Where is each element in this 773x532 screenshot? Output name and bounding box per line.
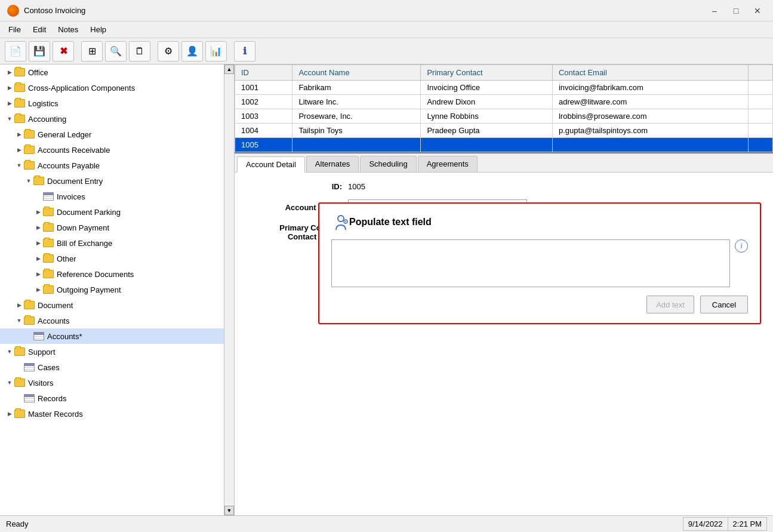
sidebar-item-document-parking[interactable]: ▶ Document Parking [0,204,224,220]
col-id[interactable]: ID [235,65,292,81]
delete-button[interactable]: ✖ [53,41,74,61]
info-icon: ℹ [243,45,247,57]
status-bar: Ready 9/14/2022 2:21 PM [0,515,773,532]
table-row[interactable]: 1003Proseware, Inc.Lynne Robbinslrobbins… [235,109,773,124]
sidebar-item-records[interactable]: ▶ Records [0,390,224,406]
sidebar-item-accounts-receivable[interactable]: ▶ Accounts Receivable [0,142,224,158]
sidebar-label-invoices: Invoices [57,192,85,201]
menu-bar: File Edit Notes Help [0,21,773,38]
popup-textarea[interactable] [331,239,730,287]
tab-agreements[interactable]: Agreements [418,156,478,172]
expand-icon-accounts: ▼ [14,316,24,325]
grid-view-button[interactable]: ⊞ [81,41,103,61]
table-row[interactable]: 1002Litware Inc.Andrew Dixonadrew@litwar… [235,95,773,109]
menu-notes[interactable]: Notes [52,23,84,36]
excel-button[interactable]: 📊 [205,41,227,61]
sidebar-label-accounts-receivable: Accounts Receivable [38,146,110,155]
sidebar-item-document[interactable]: ▶ Document [0,297,224,313]
sidebar-wrapper: ▶ Office ▶ Cross-Application Components … [0,64,235,515]
folder-icon-reference-docs [43,270,54,278]
col-primary-contact[interactable]: Primary Contact [421,65,553,81]
save-icon: 💾 [33,45,45,57]
sidebar-item-general-ledger[interactable]: ▶ General Ledger [0,127,224,142]
sidebar-item-visitors[interactable]: ▼ Visitors [0,375,224,390]
col-account-name[interactable]: Account Name [292,65,421,81]
sidebar-item-office[interactable]: ▶ Office [0,64,224,80]
expand-icon-other: ▶ [33,254,43,263]
search-icon: 🔍 [110,45,122,57]
sidebar-label-reference-docs: Reference Documents [57,270,134,279]
expand-icon-logistics: ▶ [5,99,14,108]
menu-edit[interactable]: Edit [27,23,52,36]
tab-scheduling[interactable]: Scheduling [360,156,416,172]
form-area: ID: 1005 Account Name: Primary Contact: … [235,173,773,515]
sidebar-item-bill-of-exchange[interactable]: ▶ Bill of Exchange [0,235,224,251]
cancel-button[interactable]: Cancel [700,296,748,313]
folder-icon-document-parking [43,208,54,216]
sidebar-item-logistics[interactable]: ▶ Logistics [0,96,224,111]
scrollbar-down-arrow[interactable]: ▼ [224,506,234,515]
sidebar-label-master-records: Master Records [28,410,83,419]
sidebar-item-cross-app[interactable]: ▶ Cross-Application Components [0,80,224,96]
notes-button[interactable]: 🗒 [129,41,150,61]
sidebar-label-office: Office [28,68,48,77]
add-text-button[interactable]: Add text [646,296,694,313]
tab-alternates[interactable]: Alternates [306,156,359,172]
sidebar-item-master-records[interactable]: ▶ Master Records [0,406,224,422]
table-row[interactable]: 1001FabrikamInvoicing Officeinvoicing@fa… [235,81,773,95]
popup-info-button[interactable]: i [735,239,748,253]
sidebar-item-support[interactable]: ▼ Support [0,344,224,359]
title-bar: Contoso Invoicing – □ ✕ [0,0,773,21]
sidebar-item-invoices[interactable]: ▶ Invoices [0,189,224,204]
expand-icon-general-ledger: ▶ [14,130,24,139]
id-label: ID: [247,182,342,191]
sidebar-item-down-payment[interactable]: ▶ Down Payment [0,220,224,235]
sidebar-item-accounts-table[interactable]: ▶ Accounts* [0,328,224,344]
user-mgr-button[interactable]: 👤 [181,41,203,61]
menu-file[interactable]: File [2,23,27,36]
sidebar-item-accounts[interactable]: ▼ Accounts [0,313,224,328]
col-extra [749,65,773,81]
folder-icon-other [43,254,54,263]
popup-header: Populate text field [331,213,748,231]
save-button[interactable]: 💾 [29,41,50,61]
settings-button[interactable]: ⚙ [158,41,179,61]
expand-icon-support: ▼ [5,347,14,356]
info-button[interactable]: ℹ [234,41,255,61]
status-time: 2:21 PM [728,517,767,531]
minimize-button[interactable]: – [706,5,723,17]
folder-icon-support [14,348,25,356]
expand-icon-master-records: ▶ [5,409,14,419]
maximize-button[interactable]: □ [728,5,744,17]
expand-icon-visitors: ▼ [5,378,14,388]
form-row-id: ID: 1005 [247,182,761,191]
sidebar-item-reference-docs[interactable]: ▶ Reference Documents [0,266,224,282]
svg-point-0 [338,216,344,222]
tab-account-detail[interactable]: Account Detail [237,156,305,173]
close-button[interactable]: ✕ [749,5,766,17]
scrollbar-up-arrow[interactable]: ▲ [224,64,234,74]
populate-text-popup: Populate text field i Add text Cancel [318,202,761,324]
menu-help[interactable]: Help [84,23,112,36]
sidebar-item-accounts-payable[interactable]: ▼ Accounts Payable [0,158,224,173]
sidebar-scrollbar[interactable]: ▲ ▼ [224,64,234,515]
sidebar-item-outgoing-payment[interactable]: ▶ Outgoing Payment [0,282,224,297]
search-button[interactable]: 🔍 [105,41,127,61]
sidebar-item-accounting[interactable]: ▼ Accounting [0,111,224,127]
table-icon-cases [24,363,35,371]
col-contact-email[interactable]: Contact Email [552,65,748,81]
new-doc-button[interactable]: 📄 [5,41,26,61]
sidebar-label-bill-of-exchange: Bill of Exchange [57,239,112,248]
expand-icon-document: ▶ [14,300,24,310]
sidebar-label-cross-app: Cross-Application Components [28,84,135,93]
table-row[interactable]: 1004Tailspin ToysPradeep Guptap.gupta@ta… [235,124,773,138]
popup-buttons: Add text Cancel [331,296,748,313]
sidebar-item-other[interactable]: ▶ Other [0,251,224,266]
table-row[interactable]: 1005 [235,138,773,152]
sidebar-label-accounts-payable: Accounts Payable [38,161,100,170]
status-date: 9/14/2022 [683,517,728,531]
app-icon [7,5,19,17]
sidebar-item-cases[interactable]: ▶ Cases [0,359,224,375]
folder-icon-cross-app [14,84,25,92]
sidebar-item-document-entry[interactable]: ▼ Document Entry [0,173,224,189]
